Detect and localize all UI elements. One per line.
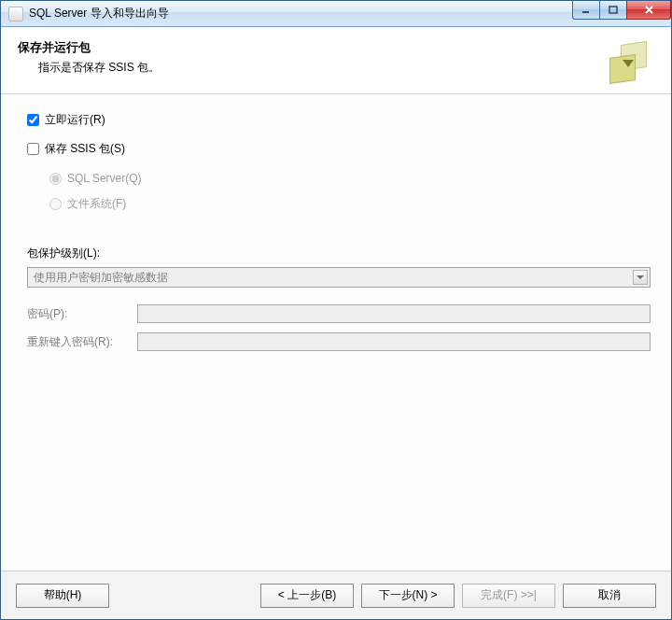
chevron-down-icon	[633, 270, 648, 285]
protection-level-label: 包保护级别(L):	[27, 246, 651, 261]
window-title: SQL Server 导入和导出向导	[29, 6, 169, 21]
page-title: 保存并运行包	[18, 39, 608, 56]
target-filesystem-label: 文件系统(F)	[67, 196, 126, 212]
target-filesystem-row: 文件系统(F)	[49, 196, 651, 212]
password-field	[137, 304, 651, 323]
close-button[interactable]	[626, 1, 671, 20]
wizard-content: 立即运行(R) 保存 SSIS 包(S) SQL Server(Q) 文件系统(…	[1, 94, 671, 571]
password-row: 密码(P):	[27, 304, 651, 323]
target-filesystem-radio	[49, 198, 62, 210]
header-texts: 保存并运行包 指示是否保存 SSIS 包。	[18, 39, 608, 86]
finish-button: 完成(F) >>|	[462, 584, 555, 608]
repassword-field	[137, 332, 651, 351]
page-subtitle: 指示是否保存 SSIS 包。	[38, 60, 608, 76]
protection-level-combo: 使用用户密钥加密敏感数据	[27, 267, 651, 288]
target-sqlserver-label: SQL Server(Q)	[67, 172, 142, 185]
cancel-button[interactable]: 取消	[563, 584, 656, 608]
maximize-button[interactable]	[599, 1, 627, 20]
svg-rect-1	[609, 7, 617, 13]
save-ssis-checkbox-row[interactable]: 保存 SSIS 包(S)	[27, 141, 651, 157]
minimize-button[interactable]	[572, 1, 600, 20]
window-controls	[573, 1, 671, 20]
wizard-header: 保存并运行包 指示是否保存 SSIS 包。	[1, 27, 671, 94]
save-target-group: SQL Server(Q) 文件系统(F)	[49, 172, 651, 223]
target-sqlserver-radio	[49, 173, 62, 185]
next-button[interactable]: 下一步(N) >	[361, 584, 455, 608]
wizard-footer: 帮助(H) < 上一步(B) 下一步(N) > 完成(F) >>| 取消	[1, 571, 671, 619]
save-ssis-label: 保存 SSIS 包(S)	[45, 141, 125, 157]
target-sqlserver-row: SQL Server(Q)	[49, 172, 651, 185]
package-icon	[608, 41, 652, 86]
app-icon	[8, 7, 23, 21]
protection-level-selected: 使用用户密钥加密敏感数据	[34, 270, 168, 286]
run-now-label: 立即运行(R)	[45, 112, 105, 128]
repassword-label: 重新键入密码(R):	[27, 334, 137, 350]
repassword-row: 重新键入密码(R):	[27, 332, 651, 351]
run-now-checkbox[interactable]	[27, 114, 39, 126]
password-label: 密码(P):	[27, 306, 137, 322]
back-button[interactable]: < 上一步(B)	[260, 584, 354, 608]
run-now-checkbox-row[interactable]: 立即运行(R)	[27, 112, 651, 128]
save-ssis-checkbox[interactable]	[27, 143, 39, 155]
help-button[interactable]: 帮助(H)	[16, 584, 109, 608]
wizard-window: SQL Server 导入和导出向导 保存并运行包 指示是否保存 SSIS 包。	[0, 0, 672, 620]
titlebar: SQL Server 导入和导出向导	[1, 1, 671, 27]
